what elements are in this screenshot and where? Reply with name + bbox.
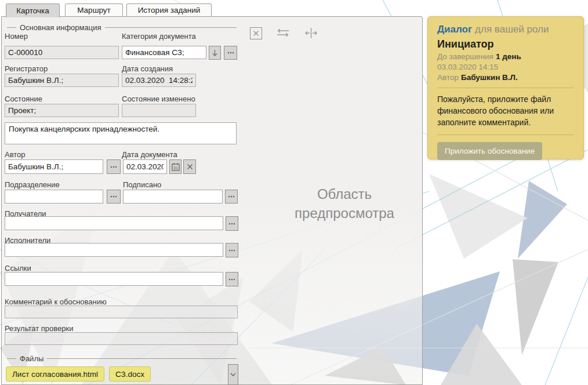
category-field[interactable]: [122, 46, 206, 59]
ellipsis-icon: [228, 223, 235, 225]
files-scroll-down-button[interactable]: [228, 364, 238, 385]
department-field[interactable]: [5, 190, 103, 204]
svg-text:31: 31: [173, 166, 178, 170]
files-list: Лист согласования.html СЗ.docx: [6, 366, 151, 382]
file-chip[interactable]: СЗ.docx: [109, 366, 151, 382]
swap-arrows-icon: [276, 28, 290, 38]
label-doc-date: Дата документа: [122, 150, 177, 159]
deadline-value: 1 день: [496, 52, 521, 61]
label-number: Номер: [5, 32, 28, 41]
check-result-field[interactable]: [5, 332, 238, 345]
label-check-result: Результат проверки: [5, 324, 73, 333]
dialog-deadline-row: До завершения1 день: [437, 52, 574, 61]
executors-lookup-button[interactable]: [226, 243, 238, 257]
label-registrator: Регистратор: [5, 64, 48, 73]
dialog-header: Диалогдля вашей роли: [437, 24, 574, 35]
deadline-label: До завершения: [437, 52, 493, 61]
executors-field[interactable]: [5, 243, 223, 257]
category-lookup-button[interactable]: [224, 46, 237, 60]
author-value: Бабушкин В.Л.: [461, 73, 518, 82]
doc-date-field[interactable]: [123, 159, 167, 174]
doc-date-clear-button[interactable]: [183, 159, 196, 174]
files-group-title: Файлы: [16, 354, 47, 363]
dialog-panel: Диалогдля вашей роли Инициатор До заверш…: [427, 16, 584, 159]
close-x-icon: [253, 30, 259, 37]
number-field[interactable]: [5, 46, 119, 59]
label-state-changed: Состояние изменено: [122, 95, 195, 103]
author-label: Автор: [437, 73, 459, 82]
state-field[interactable]: [5, 104, 119, 117]
tab-task-history[interactable]: История заданий: [126, 3, 212, 16]
attach-justification-button[interactable]: Приложить обоснование: [437, 142, 542, 160]
tab-route[interactable]: Маршрут: [65, 3, 123, 16]
calendar-icon: 31: [172, 162, 180, 171]
group-header-files: Файлы: [7, 354, 237, 363]
dialog-datetime: 03.03.2020 14:15: [437, 63, 574, 71]
group-title: Основная информация: [16, 23, 105, 32]
file-chip[interactable]: Лист согласования.html: [6, 366, 104, 382]
label-state: Состояние: [5, 95, 42, 103]
registrator-field[interactable]: [5, 74, 119, 87]
label-links: Ссылки: [5, 264, 31, 273]
ellipsis-icon: [110, 195, 117, 198]
justification-comment-field[interactable]: [5, 306, 238, 318]
split-view-button[interactable]: [305, 27, 317, 39]
dialog-title: Диалог: [437, 24, 472, 35]
created-date-field[interactable]: [122, 74, 196, 87]
ellipsis-icon: [228, 249, 235, 252]
group-header-main-info: Основная информация: [7, 23, 237, 32]
tab-card[interactable]: Карточка: [6, 3, 60, 17]
arrow-down-icon: [212, 49, 218, 57]
dialog-title-suffix: для вашей роли: [475, 24, 549, 35]
split-resize-icon: [305, 27, 317, 39]
department-lookup-button[interactable]: [107, 190, 121, 204]
label-category: Категория документа: [122, 32, 196, 41]
label-department: Подразделение: [5, 180, 60, 189]
label-justification-comment: Комментарий к обоснованию: [5, 297, 107, 306]
dialog-divider: [437, 88, 574, 88]
ellipsis-icon: [227, 52, 234, 54]
author-field[interactable]: [5, 159, 103, 174]
preview-area-label: Область предпросмотра: [275, 184, 414, 223]
dialog-author-row: АвторБабушкин В.Л.: [437, 73, 574, 82]
signed-lookup-button[interactable]: [225, 190, 238, 204]
chevron-down-icon: [230, 373, 236, 376]
author-lookup-button[interactable]: [107, 159, 121, 174]
close-preview-button[interactable]: [250, 27, 262, 39]
category-dropdown-button[interactable]: [209, 46, 221, 60]
label-created: Дата создания: [122, 64, 173, 73]
label-signed: Подписано: [123, 180, 161, 189]
links-field[interactable]: [5, 272, 223, 286]
swap-panels-button[interactable]: [276, 28, 290, 38]
clear-x-icon: [187, 164, 193, 170]
label-author: Автор: [5, 150, 26, 159]
ellipsis-icon: [228, 278, 235, 281]
state-changed-field[interactable]: [122, 104, 196, 117]
recipients-lookup-button[interactable]: [226, 216, 238, 231]
subject-field[interactable]: Покупка канцелярских принадлежностей.: [5, 122, 237, 144]
doc-date-calendar-button[interactable]: 31: [169, 159, 182, 174]
ellipsis-icon: [110, 166, 117, 168]
dialog-role: Инициатор: [437, 38, 574, 50]
signed-field[interactable]: [123, 190, 223, 204]
dialog-divider: [437, 135, 574, 135]
dialog-message: Пожалуйста, приложите файл финансового о…: [437, 94, 574, 129]
recipients-field[interactable]: [5, 216, 223, 230]
ellipsis-icon: [228, 195, 235, 198]
links-lookup-button[interactable]: [226, 272, 238, 286]
